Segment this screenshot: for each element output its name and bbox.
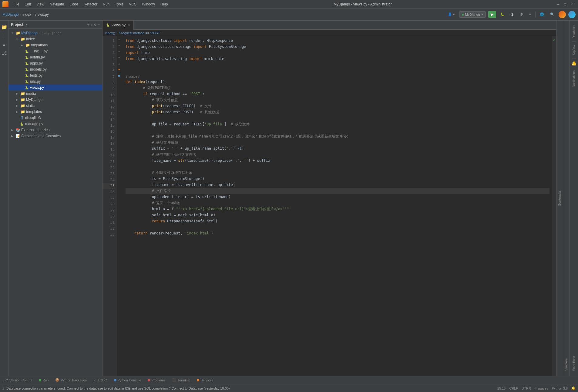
collapse-icon[interactable]: − [98, 22, 100, 27]
problems-tab[interactable]: Problems [145, 377, 168, 384]
structure-label[interactable]: Structure [565, 356, 568, 373]
settings-icon[interactable]: ⚙ [94, 22, 96, 27]
code-content[interactable]: from django.shortcuts import render, Htt… [123, 36, 552, 376]
tree-item-models[interactable]: 🐍 models.py [8, 66, 102, 72]
sqview-tab[interactable]: SqView [571, 42, 577, 58]
close-button[interactable]: ✕ [569, 1, 576, 7]
breadcrumb-project[interactable]: MyDjango [2, 12, 19, 17]
tree-item-ext-libs[interactable]: ▶ 📚 External Libraries [8, 127, 102, 133]
breadcrumb-app[interactable]: index [22, 12, 31, 17]
sort-icon[interactable]: ↕ [91, 22, 93, 27]
commit-icon[interactable]: ≡ [2, 41, 6, 48]
bookmarks-label[interactable]: Bookmarks [558, 188, 561, 208]
breadcrumb-func[interactable]: index() [105, 31, 115, 35]
editor-scrollbar[interactable]: ✓ [552, 36, 556, 376]
project-dropdown[interactable]: ▾ [26, 23, 28, 27]
tree-label: static [26, 104, 35, 108]
menu-edit[interactable]: Edit [22, 2, 33, 7]
code-line-24: filename = fs.save(file_name, up_file) [126, 182, 549, 188]
menu-tools[interactable]: Tools [113, 2, 126, 7]
code-line-31 [126, 224, 549, 230]
minimize-button[interactable]: ─ [555, 1, 561, 7]
translate-button[interactable]: 🌐 [538, 11, 546, 18]
todo-tab[interactable]: ☑ TODO [90, 377, 110, 384]
folder-icon: 📁 [20, 91, 25, 96]
menu-code[interactable]: Code [67, 2, 81, 7]
db-file-icon: 🗄 [19, 115, 24, 120]
tree-item-root[interactable]: ▾ 📁 MyDjango D:\MyDjango [8, 30, 102, 36]
user-button[interactable]: 👤 ▾ [446, 11, 457, 18]
run-config-name: MyDjango [465, 13, 480, 16]
python-version[interactable]: Python 3.8 [552, 387, 568, 390]
tab-close-button[interactable]: ✕ [127, 23, 130, 27]
tree-item-init[interactable]: 🐍 __init__.py [8, 48, 102, 54]
coverage-button[interactable]: ◑ [509, 11, 516, 18]
tab-label: Version Control [9, 378, 32, 382]
menu-file[interactable]: File [11, 2, 22, 7]
menu-help[interactable]: Help [158, 2, 170, 7]
tree-item-manage[interactable]: 🐍 manage.py [8, 121, 102, 127]
tree-item-scratches[interactable]: ▶ 📝 Scratches and Consoles [8, 133, 102, 139]
maximize-button[interactable]: □ [562, 1, 568, 7]
structure-tab[interactable]: Structure [565, 21, 568, 376]
more-run-button[interactable]: ▾ [527, 11, 533, 18]
run-button[interactable]: ▶ [488, 11, 496, 18]
problems-status-dot [148, 379, 150, 381]
tree-item-templates[interactable]: ▶ 📁 templates [8, 109, 102, 115]
toolbar-breadcrumb: MyDjango › index › views.py [2, 12, 49, 17]
notifications-count[interactable]: 🔔 [571, 386, 576, 390]
menu-refactor[interactable]: Refactor [81, 2, 100, 7]
window-title: MyDjango - views.py - Administrator [329, 2, 396, 7]
tree-label: templates [26, 110, 42, 114]
tree-item-admin[interactable]: 🐍 admin.py [8, 54, 102, 60]
tree-item-migrations[interactable]: ▶ 📁 migrations [8, 42, 102, 48]
run-tab[interactable]: Run [36, 377, 52, 384]
cursor-position[interactable]: 25:15 [497, 387, 506, 390]
tree-item-mydjango-sub[interactable]: ▶ 📁 MyDjango [8, 97, 102, 103]
menu-run[interactable]: Run [100, 2, 112, 7]
menu-vcs[interactable]: VCS [126, 2, 139, 7]
line-ending[interactable]: CRLF [509, 387, 518, 390]
chevron-right-icon: ▶ [15, 97, 19, 102]
search-everywhere-button[interactable]: 🔍 [548, 11, 556, 18]
notifications-tab[interactable]: Notifications [571, 68, 577, 89]
profile-button[interactable]: ⏱ [518, 12, 525, 18]
status-message: Database connection parameters found: Co… [6, 387, 495, 390]
menu-window[interactable]: Window [139, 2, 157, 7]
tree-item-static[interactable]: ▶ 📁 static [8, 103, 102, 109]
scope-icon[interactable]: ⊕ [87, 22, 89, 27]
debug-button[interactable]: 🐛 [499, 11, 506, 18]
tree-item-tests[interactable]: 🐍 tests.py [8, 72, 102, 78]
chevron-right-icon: ▶ [10, 128, 15, 132]
notifications-icon[interactable]: 🔔 [570, 59, 578, 68]
git-icon[interactable]: ⎇ [1, 49, 8, 57]
encoding[interactable]: UTF-8 [522, 387, 531, 390]
python-console-tab[interactable]: Python Console [111, 377, 144, 384]
bookmarks-tab[interactable]: Bookmarks [558, 21, 561, 376]
database-tab[interactable]: Database [571, 23, 577, 41]
tab-views-py[interactable]: 🐍 views.py ✕ [102, 21, 134, 30]
code-line-1: from django.shortcuts import render, Htt… [126, 38, 549, 44]
indent-info[interactable]: 4 spaces [535, 387, 548, 390]
tree-item-media[interactable]: ▶ 📁 media [8, 91, 102, 97]
tree-item-urls[interactable]: 🐍 urls.py [8, 78, 102, 85]
breadcrumb-condition[interactable]: if request.method == 'POST' [119, 31, 160, 35]
menu-navigate[interactable]: Navigate [47, 2, 66, 7]
terminal-tab[interactable]: ⬛ Terminal [169, 377, 193, 384]
run-status-dot [39, 379, 41, 381]
word-book-tab[interactable]: Word Book [571, 354, 577, 373]
breadcrumb-file[interactable]: views.py [35, 12, 49, 17]
tree-item-db[interactable]: 🗄 db.sqlite3 [8, 115, 102, 121]
run-config-selector[interactable]: ■ MyDjango ▾ [459, 11, 486, 18]
menu-view[interactable]: View [34, 2, 47, 7]
tree-label: models.py [30, 67, 47, 71]
tree-item-views[interactable]: 🐍 views.py [8, 85, 102, 91]
services-tab[interactable]: Services [194, 377, 216, 384]
chevron-down-icon: ▾ [10, 31, 15, 35]
tree-path: D:\MyDjango [39, 31, 62, 35]
python-packages-tab[interactable]: 📦 Python Packages [52, 377, 90, 384]
tree-item-apps[interactable]: 🐍 apps.py [8, 60, 102, 66]
tree-item-index[interactable]: ▾ 📁 index [8, 36, 102, 42]
version-control-tab[interactable]: ⎇ Version Control [1, 377, 35, 384]
project-icon[interactable]: 📁 [0, 23, 8, 31]
